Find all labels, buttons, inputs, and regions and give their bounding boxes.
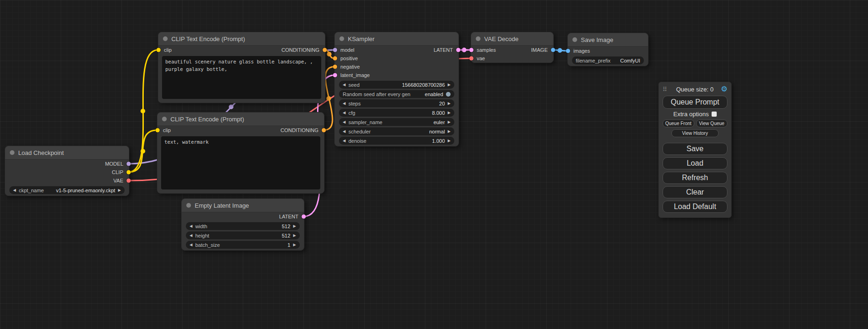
random-seed-toggle-widget[interactable]: Random seed after every gen enabled [339, 90, 454, 98]
queue-front-button[interactable]: Queue Front [663, 119, 694, 127]
decrement-arrow-icon[interactable]: ◀ [190, 224, 192, 228]
node-save-image[interactable]: Save Image images filename_prefix ComfyU… [567, 33, 649, 66]
width-widget[interactable]: ◀ width 512 ▶ [186, 222, 300, 230]
node-title-bar[interactable]: VAE Decode [471, 32, 553, 46]
input-dot-model[interactable] [333, 48, 337, 52]
output-dot-image[interactable] [551, 48, 555, 52]
collapse-dot[interactable] [572, 37, 577, 42]
slot-label: CONDITIONING [282, 47, 319, 53]
seed-widget[interactable]: ◀ seed 156680208700286 ▶ [339, 81, 454, 89]
filename-prefix-widget[interactable]: filename_prefix ComfyUI [572, 56, 644, 64]
steps-widget[interactable]: ◀ steps 20 ▶ [339, 99, 454, 107]
input-dot-vae[interactable] [469, 56, 473, 61]
slot-label: model [340, 47, 354, 53]
node-title: Save Image [581, 36, 613, 43]
decrement-arrow-icon[interactable]: ◀ [343, 129, 346, 133]
input-dot-images[interactable] [566, 49, 570, 53]
save-button[interactable]: Save [663, 143, 727, 155]
node-clip-text-encode-positive[interactable]: CLIP Text Encode (Prompt) clip CONDITION… [158, 32, 325, 103]
input-dot-latent-image[interactable] [333, 73, 337, 77]
input-dot-clip[interactable] [156, 48, 161, 52]
cfg-widget[interactable]: ◀ cfg 8.000 ▶ [339, 109, 454, 117]
decrement-arrow-icon[interactable]: ◀ [343, 120, 346, 124]
collapse-dot[interactable] [10, 150, 14, 155]
increment-arrow-icon[interactable]: ▶ [293, 224, 296, 228]
widget-label: batch_size [195, 242, 220, 248]
output-dot-latent[interactable] [302, 215, 306, 219]
batch-size-widget[interactable]: ◀ batch_size 1 ▶ [186, 241, 300, 249]
output-dot-conditioning[interactable] [322, 128, 326, 133]
collapse-dot[interactable] [162, 117, 167, 121]
increment-arrow-icon[interactable]: ▶ [118, 188, 121, 192]
negative-prompt-text-input[interactable]: text, watermark [161, 136, 320, 189]
view-history-button[interactable]: View History [671, 129, 718, 137]
settings-gear-icon[interactable]: ⚙ [721, 85, 727, 93]
toggle-dot[interactable] [446, 92, 451, 97]
node-clip-text-encode-negative[interactable]: CLIP Text Encode (Prompt) clip CONDITION… [157, 112, 325, 194]
drag-handle-icon[interactable]: ⠿ [663, 86, 667, 93]
extra-options-row: Extra options [663, 111, 727, 118]
decrement-arrow-icon[interactable]: ◀ [343, 101, 346, 105]
queue-panel[interactable]: ⠿ Queue size: 0 ⚙ Queue Prompt Extra opt… [658, 82, 732, 218]
collapse-dot[interactable] [476, 36, 480, 41]
increment-arrow-icon[interactable]: ▶ [448, 111, 451, 115]
decrement-arrow-icon[interactable]: ◀ [343, 139, 346, 143]
input-dot-positive[interactable] [333, 56, 337, 61]
wire-clip-to-positive-encoder [128, 50, 158, 172]
view-queue-button[interactable]: View Queue [696, 119, 728, 127]
collapse-dot[interactable] [163, 36, 168, 41]
extra-options-checkbox[interactable] [712, 112, 717, 117]
output-dot-clip[interactable] [127, 170, 131, 175]
node-graph-canvas[interactable]: Load Checkpoint MODEL CLIP VAE ◀ ckpt_na… [0, 0, 868, 329]
input-dot-clip[interactable] [155, 128, 160, 133]
clear-button[interactable]: Clear [663, 186, 727, 198]
collapse-dot[interactable] [339, 36, 344, 41]
load-button[interactable]: Load [663, 157, 727, 169]
increment-arrow-icon[interactable]: ▶ [448, 101, 451, 105]
decrement-arrow-icon[interactable]: ◀ [190, 233, 192, 238]
node-title-bar[interactable]: Empty Latent Image [182, 199, 304, 212]
widget-label: ckpt_name [19, 188, 44, 193]
sampler-name-widget[interactable]: ◀ sampler_name euler ▶ [339, 118, 454, 126]
widget-value: 1 [288, 242, 290, 248]
slot-label: negative [340, 64, 360, 70]
increment-arrow-icon[interactable]: ▶ [448, 83, 451, 87]
load-default-button[interactable]: Load Default [663, 201, 727, 213]
node-title-bar[interactable]: CLIP Text Encode (Prompt) [157, 112, 324, 126]
increment-arrow-icon[interactable]: ▶ [448, 120, 451, 124]
increment-arrow-icon[interactable]: ▶ [293, 243, 296, 247]
node-load-checkpoint[interactable]: Load Checkpoint MODEL CLIP VAE ◀ ckpt_na… [5, 146, 129, 196]
ckpt-name-widget[interactable]: ◀ ckpt_name v1-5-pruned-emaonly.ckpt ▶ [9, 186, 125, 194]
node-title-bar[interactable]: CLIP Text Encode (Prompt) [158, 32, 325, 46]
widget-label: filename_prefix [576, 58, 611, 63]
node-title-bar[interactable]: Load Checkpoint [5, 146, 129, 160]
collapse-dot[interactable] [186, 203, 191, 208]
height-widget[interactable]: ◀ height 512 ▶ [186, 231, 300, 239]
scheduler-widget[interactable]: ◀ scheduler normal ▶ [339, 127, 454, 135]
increment-arrow-icon[interactable]: ▶ [293, 233, 296, 238]
decrement-arrow-icon[interactable]: ◀ [13, 188, 16, 192]
node-title-bar[interactable]: KSampler [335, 32, 459, 46]
queue-prompt-button[interactable]: Queue Prompt [663, 96, 727, 109]
decrement-arrow-icon[interactable]: ◀ [343, 83, 346, 87]
output-dot-model[interactable] [127, 162, 131, 166]
output-dot-vae[interactable] [127, 179, 131, 183]
node-title-bar[interactable]: Save Image [568, 33, 648, 47]
node-empty-latent-image[interactable]: Empty Latent Image LATENT ◀ width 512 ▶ … [181, 198, 304, 251]
input-dot-samples[interactable] [469, 48, 473, 52]
node-vae-decode[interactable]: VAE Decode samples IMAGE vae [471, 32, 554, 63]
queue-small-buttons: Queue Front View Queue [663, 119, 727, 127]
input-dot-negative[interactable] [333, 65, 337, 69]
decrement-arrow-icon[interactable]: ◀ [190, 243, 192, 247]
denoise-widget[interactable]: ◀ denoise 1.000 ▶ [339, 137, 454, 145]
node-ksampler[interactable]: KSampler model LATENT positive negative … [334, 32, 459, 147]
increment-arrow-icon[interactable]: ▶ [448, 139, 451, 143]
widget-label: cfg [348, 110, 355, 116]
output-slot-clip: CLIP [5, 168, 129, 176]
increment-arrow-icon[interactable]: ▶ [448, 129, 451, 133]
output-dot-conditioning[interactable] [323, 48, 327, 52]
prompt-text-input[interactable]: beautiful scenery nature glass bottle la… [162, 56, 321, 99]
decrement-arrow-icon[interactable]: ◀ [343, 111, 346, 115]
refresh-button[interactable]: Refresh [663, 172, 727, 184]
output-dot-latent[interactable] [456, 48, 460, 52]
